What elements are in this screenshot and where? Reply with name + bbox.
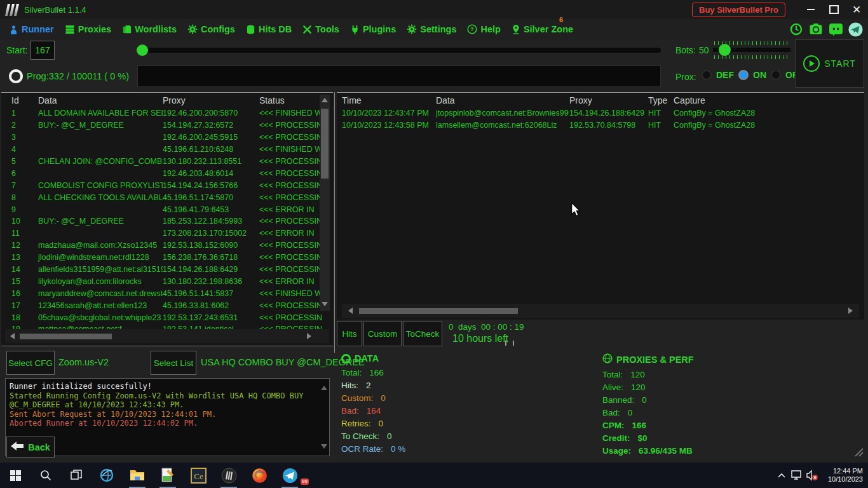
stat-line: Bad:164	[341, 406, 405, 419]
select-list-button[interactable]: Select List	[151, 351, 196, 375]
tab-hits[interactable]: Hits	[337, 321, 362, 346]
start-button[interactable]: START	[795, 39, 864, 88]
ce-app-icon[interactable]: Ce	[183, 463, 214, 488]
bots-label: Bots:	[675, 45, 696, 55]
table-row[interactable]: 15 lilykoloyan@aol.com:lilorocks 130.180…	[1, 275, 333, 287]
tray-chevron-icon[interactable]	[774, 463, 789, 488]
menu-item-configs[interactable]: Configs	[187, 24, 235, 34]
scroll-right-icon[interactable]	[848, 308, 853, 314]
console-scroll-down-icon[interactable]	[321, 444, 327, 449]
firefox-icon[interactable]	[244, 463, 275, 488]
screenshot-camera-icon[interactable]	[808, 22, 824, 37]
taskbar-search-button[interactable]	[31, 463, 61, 488]
file-explorer-icon[interactable]	[122, 463, 153, 488]
back-arrow-icon	[11, 442, 24, 453]
task-view-button[interactable]	[61, 463, 92, 488]
log-line: Runner initialized succesfully!	[10, 382, 319, 391]
history-icon[interactable]	[789, 22, 804, 37]
hits-table-header: Time Data Proxy Type Capture	[337, 93, 864, 107]
close-button[interactable]: ✕	[845, 0, 868, 19]
telegram-icon[interactable]	[848, 22, 863, 37]
menu-item-tools[interactable]: Tools	[302, 24, 339, 34]
silverbullet-window: SilverBullet 1.1.4 Buy SilverBullet Pro …	[0, 0, 868, 463]
buy-pro-button[interactable]: Buy SilverBullet Pro	[692, 3, 785, 17]
table-row[interactable]: 2 BUY:- @C_M_DEGREE 154.194.27.32:6572 <…	[1, 119, 333, 132]
scroll-up-icon[interactable]	[322, 98, 328, 102]
discord-icon[interactable]	[828, 22, 843, 37]
hits-horizontal-scrollbar[interactable]	[342, 304, 859, 318]
scroll-right-icon[interactable]	[307, 333, 311, 339]
start-slider-thumb[interactable]	[137, 44, 148, 56]
minimize-button[interactable]	[799, 0, 822, 19]
tab-tocheck[interactable]: ToCheck	[403, 321, 442, 346]
progress-ring-icon	[9, 69, 23, 83]
table-row[interactable]: 1 ALL DOMAIN AVAILABLE FOR SELL 192.46.2…	[1, 107, 333, 119]
telegram-taskbar-icon[interactable]: 99	[275, 463, 305, 488]
runner-horizontal-scrollbar[interactable]	[5, 329, 329, 343]
table-row[interactable]: 18 05chava@sbcglobal.net:whipple23 192.5…	[1, 311, 333, 323]
table-row[interactable]: 13 jlodini@windstream.net:rdl1228 156.23…	[1, 252, 333, 264]
menu-item-proxies[interactable]: Proxies	[65, 24, 111, 34]
menu-item-plugins[interactable]: Plugins	[350, 24, 396, 34]
table-row[interactable]: 8 ALL CHECKING TOOLS AVAILABLE F 45.196.…	[1, 191, 333, 203]
menu-item-runner[interactable]: Runner	[9, 24, 54, 34]
start-menu-button[interactable]	[0, 463, 31, 488]
maximize-button[interactable]	[822, 0, 845, 19]
prox-radio-on[interactable]	[738, 70, 749, 80]
runner-table-header: Id Data Proxy Status	[1, 93, 333, 107]
table-row[interactable]: 5 CHELAN JOIN: @CONFIG_COMBOL 130.180.23…	[1, 156, 333, 168]
table-row[interactable]: 12 madzhaua@mail.com:Xzso12345 192.53.13…	[1, 240, 333, 252]
table-row[interactable]: 17 123456sarah@att.net:ellen123 45.196.3…	[1, 299, 333, 311]
settings-gear-icon	[407, 24, 417, 34]
menu-item-settings[interactable]: Settings	[407, 24, 456, 34]
table-row[interactable]: 10 BUY:- @C_M_DEGREE 185.253.122.184:599…	[1, 215, 333, 227]
menu-item-hitsdb[interactable]: Hits DB	[246, 24, 292, 34]
scroll-left-icon[interactable]	[348, 308, 353, 314]
scroll-down-icon[interactable]	[322, 302, 328, 306]
config-name: Zoom.us-V2	[58, 357, 109, 367]
notepad-editor-icon[interactable]	[153, 463, 183, 488]
stat-line: Banned:0	[602, 395, 694, 408]
taskbar-clock[interactable]: 12:44 PM 10/10/2023	[822, 467, 863, 484]
runner-table-body: 1 ALL DOMAIN AVAILABLE FOR SELL 192.46.2…	[1, 107, 333, 332]
stat-line: Total:166	[341, 368, 405, 381]
volume-muted-icon[interactable]	[804, 463, 820, 488]
table-row[interactable]: 3 192.46.200.245:5915 <<< PROCESSIN	[1, 132, 333, 144]
prox-radio-off[interactable]	[771, 70, 781, 80]
network-icon[interactable]	[789, 463, 804, 488]
menu-item-wordlists[interactable]: Wordlists	[122, 24, 177, 34]
data-stats-title: DATA	[341, 353, 405, 363]
bots-slider-thumb[interactable]	[719, 44, 731, 56]
table-row[interactable]: 14 allenfields3151959@att.net:al31519 15…	[1, 264, 333, 276]
table-row[interactable]: 9 45.196.41.79:6453 <<< ERROR IN	[1, 203, 333, 215]
table-row[interactable]: 6 192.46.203.48:6014 <<< PROCESSIN	[1, 167, 333, 179]
time-remaining: 10 hours left	[452, 333, 508, 344]
table-row[interactable]: 16 maryanddrew@comcast.net:drewste 45.19…	[1, 287, 333, 299]
table-row[interactable]: 4 45.196.61.210:6248 <<< FINISHED W	[1, 144, 333, 156]
menu-item-help[interactable]: ? Help	[467, 24, 500, 34]
hits-hscroll-thumb[interactable]	[359, 308, 518, 314]
start-slider[interactable]	[137, 48, 661, 53]
panel-divider	[334, 92, 335, 353]
table-row[interactable]: 11 173.208.213.170:15002 <<< ERROR IN	[1, 227, 333, 240]
runner-table: Id Data Proxy Status 1 ALL DOMAIN AVAILA…	[1, 92, 333, 346]
resize-grip[interactable]	[853, 446, 864, 458]
back-button[interactable]: Back	[6, 437, 55, 458]
scroll-left-icon[interactable]	[10, 333, 15, 339]
table-row[interactable]: 7 COMBOLIST CONFIG PROXYLIST TO 154.194.…	[1, 179, 333, 191]
start-input[interactable]: 167	[31, 41, 55, 60]
console-scroll-up-icon[interactable]	[321, 386, 327, 390]
runner-hscroll-thumb[interactable]	[20, 334, 112, 339]
app-title: SilverBullet 1.1.4	[24, 5, 86, 15]
internet-explorer-icon[interactable]	[92, 463, 122, 488]
globe-icon	[602, 353, 613, 365]
tab-custom[interactable]: Custom	[363, 321, 402, 346]
menu-item-silver-zone[interactable]: 6 Silver Zone	[512, 24, 573, 34]
select-cfg-button[interactable]: Select CFG	[6, 351, 55, 375]
prox-radio-def[interactable]	[702, 70, 712, 80]
table-row[interactable]: 10/10/2023 12:43:47 PM jtopspinlob@comca…	[337, 107, 864, 119]
runner-vscroll-thumb[interactable]	[321, 109, 329, 179]
runner-vertical-scrollbar[interactable]	[320, 95, 330, 311]
table-row[interactable]: 10/10/2023 12:43:58 PM lamsellem@comcast…	[337, 119, 864, 132]
silverbullet-taskbar-icon[interactable]	[214, 463, 244, 488]
